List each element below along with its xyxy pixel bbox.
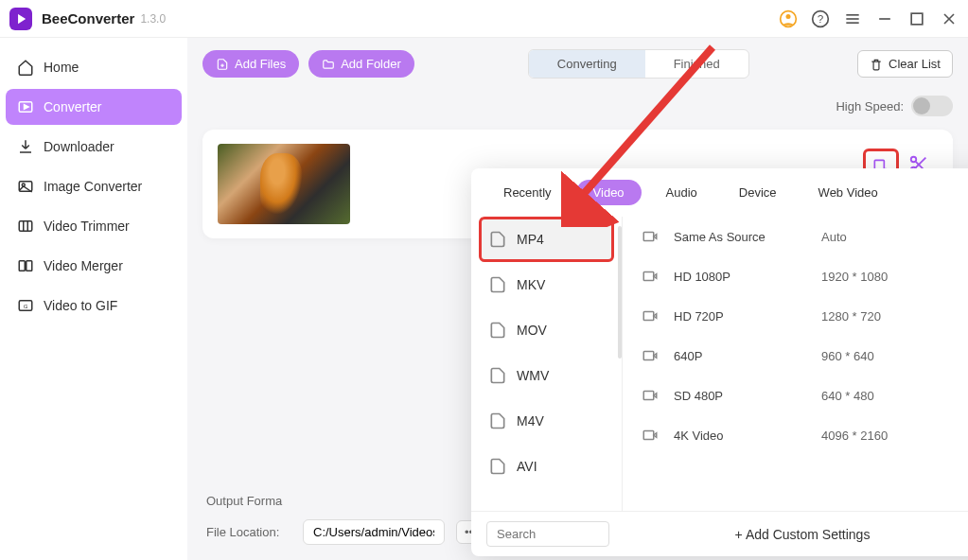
svg-rect-31 bbox=[643, 233, 654, 241]
svg-point-27 bbox=[911, 157, 917, 163]
svg-rect-16 bbox=[19, 221, 32, 232]
format-item-mp4[interactable]: MP4 bbox=[479, 217, 614, 262]
popup-tab-device[interactable]: Device bbox=[722, 180, 794, 205]
svg-rect-39 bbox=[643, 392, 654, 400]
popup-tab-audio[interactable]: Audio bbox=[649, 180, 714, 205]
avatar-icon[interactable] bbox=[779, 9, 798, 28]
sidebar-item-label: Image Converter bbox=[44, 179, 142, 194]
format-search-input[interactable] bbox=[486, 521, 609, 547]
file-icon bbox=[488, 457, 507, 476]
sidebar: Home Converter Downloader Image Converte… bbox=[0, 38, 187, 560]
svg-rect-9 bbox=[911, 13, 923, 25]
format-popup: Recently Video Audio Device Web Video MP… bbox=[471, 168, 968, 556]
popup-footer: + Add Custom Settings bbox=[471, 511, 968, 556]
resolution-row[interactable]: 4K Video 4096 * 2160 bbox=[623, 415, 968, 455]
sidebar-item-home[interactable]: Home bbox=[6, 49, 182, 85]
video-icon bbox=[642, 228, 659, 245]
sidebar-item-video-merger[interactable]: Video Merger bbox=[6, 248, 182, 284]
file-icon bbox=[488, 411, 507, 430]
popup-tabs: Recently Video Audio Device Web Video bbox=[471, 168, 968, 217]
file-icon bbox=[488, 275, 507, 294]
resolution-row[interactable]: Same As Source Auto bbox=[623, 217, 968, 256]
add-folder-button[interactable]: Add Folder bbox=[308, 50, 414, 78]
svg-marker-13 bbox=[25, 105, 29, 110]
svg-text:G: G bbox=[24, 304, 28, 309]
add-custom-button[interactable]: + Add Custom Settings bbox=[619, 527, 968, 542]
sidebar-item-video-trimmer[interactable]: Video Trimmer bbox=[6, 208, 182, 244]
minimize-icon[interactable] bbox=[875, 9, 894, 28]
titlebar: BeeConverter 1.3.0 ? bbox=[0, 0, 968, 38]
high-speed-row: High Speed: bbox=[202, 96, 953, 116]
resolution-list[interactable]: Same As Source Auto HD 1080P 1920 * 1080… bbox=[623, 217, 968, 511]
tab-converting[interactable]: Converting bbox=[529, 50, 645, 78]
sidebar-item-converter[interactable]: Converter bbox=[6, 89, 182, 125]
app-logo bbox=[9, 8, 32, 30]
video-icon bbox=[642, 307, 659, 324]
add-files-button[interactable]: Add Files bbox=[202, 50, 299, 78]
output-format-label: Output Forma bbox=[206, 494, 291, 508]
popup-tab-web[interactable]: Web Video bbox=[801, 180, 895, 205]
format-item-wmv[interactable]: WMV bbox=[479, 353, 614, 398]
workspace: Add Files Add Folder Converting Finished… bbox=[187, 38, 968, 560]
folder-plus-icon bbox=[322, 58, 335, 71]
svg-rect-33 bbox=[643, 272, 654, 281]
svg-text:?: ? bbox=[818, 12, 824, 25]
file-icon bbox=[488, 321, 507, 340]
sidebar-item-label: Home bbox=[44, 60, 79, 75]
file-plus-icon bbox=[216, 58, 229, 71]
maximize-icon[interactable] bbox=[907, 9, 926, 28]
svg-rect-19 bbox=[19, 261, 25, 271]
format-list[interactable]: MP4 MKV MOV WMV bbox=[471, 217, 623, 511]
video-icon bbox=[642, 347, 659, 364]
menu-icon[interactable] bbox=[843, 9, 862, 28]
sidebar-item-downloader[interactable]: Downloader bbox=[6, 129, 182, 165]
app-version: 1.3.0 bbox=[140, 12, 166, 26]
format-item-mkv[interactable]: MKV bbox=[479, 262, 614, 307]
popup-tab-video[interactable]: Video bbox=[576, 180, 642, 205]
file-location-input[interactable] bbox=[303, 519, 445, 545]
high-speed-toggle[interactable] bbox=[911, 96, 953, 116]
format-item-m4v[interactable]: M4V bbox=[479, 398, 614, 444]
svg-rect-35 bbox=[643, 312, 654, 321]
svg-rect-14 bbox=[19, 182, 32, 192]
tab-finished[interactable]: Finished bbox=[645, 50, 748, 78]
file-icon bbox=[488, 366, 507, 385]
resolution-row[interactable]: HD 1080P 1920 * 1080 bbox=[623, 256, 968, 296]
sidebar-item-label: Video Trimmer bbox=[44, 219, 130, 234]
title-icons: ? bbox=[779, 9, 959, 28]
help-icon[interactable]: ? bbox=[811, 9, 830, 28]
toolbar: Add Files Add Folder Converting Finished… bbox=[202, 49, 953, 79]
resolution-row[interactable]: 640P 960 * 640 bbox=[623, 336, 968, 376]
sidebar-item-label: Converter bbox=[44, 99, 101, 114]
video-icon bbox=[642, 268, 659, 285]
format-item-mov[interactable]: MOV bbox=[479, 307, 614, 353]
tabbar: Converting Finished bbox=[528, 49, 749, 79]
svg-rect-41 bbox=[643, 431, 654, 440]
file-location-label: File Location: bbox=[206, 525, 291, 539]
video-icon bbox=[642, 427, 659, 444]
sidebar-item-label: Downloader bbox=[44, 139, 114, 154]
video-icon bbox=[642, 387, 659, 404]
close-icon[interactable] bbox=[940, 9, 959, 28]
svg-marker-0 bbox=[19, 14, 25, 22]
popup-tab-recently[interactable]: Recently bbox=[486, 180, 569, 205]
svg-rect-20 bbox=[26, 261, 32, 271]
file-icon bbox=[488, 230, 507, 249]
svg-rect-37 bbox=[643, 352, 654, 360]
sidebar-item-label: Video Merger bbox=[44, 258, 123, 273]
sidebar-item-video-gif[interactable]: G Video to GIF bbox=[6, 288, 182, 324]
resolution-row[interactable]: HD 720P 1280 * 720 bbox=[623, 296, 968, 336]
resolution-row[interactable]: SD 480P 640 * 480 bbox=[623, 376, 968, 415]
clear-list-button[interactable]: Clear List bbox=[857, 50, 953, 78]
svg-point-2 bbox=[786, 14, 791, 19]
format-item-avi[interactable]: AVI bbox=[479, 444, 614, 489]
sidebar-item-image-converter[interactable]: Image Converter bbox=[6, 168, 182, 204]
high-speed-label: High Speed: bbox=[836, 99, 904, 114]
video-thumbnail[interactable] bbox=[218, 144, 350, 224]
trash-icon bbox=[870, 58, 883, 71]
sidebar-item-label: Video to GIF bbox=[44, 298, 117, 313]
app-title: BeeConverter bbox=[42, 10, 134, 26]
